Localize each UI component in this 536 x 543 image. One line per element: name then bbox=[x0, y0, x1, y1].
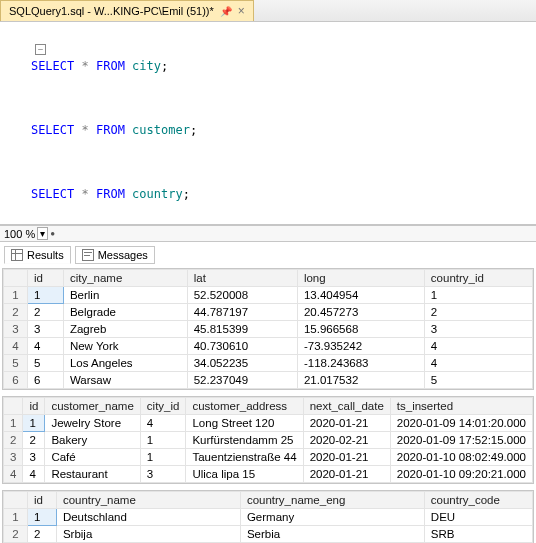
table-row[interactable]: 44Restaurant3Ulica lipa 152020-01-212020… bbox=[4, 466, 533, 483]
cell[interactable]: 1 bbox=[28, 287, 64, 304]
table-row[interactable]: 33Zagreb45.81539915.9665683 bbox=[4, 321, 533, 338]
cell[interactable]: Warsaw bbox=[63, 372, 187, 389]
cell[interactable]: 1 bbox=[23, 415, 45, 432]
cell[interactable]: 52.520008 bbox=[187, 287, 297, 304]
cell[interactable]: Berlin bbox=[63, 287, 187, 304]
cell[interactable]: 2020-01-21 bbox=[303, 449, 390, 466]
cell[interactable]: Kurfürstendamm 25 bbox=[186, 432, 303, 449]
table-row[interactable]: 11Berlin52.52000813.4049541 bbox=[4, 287, 533, 304]
cell[interactable]: 4 bbox=[424, 338, 532, 355]
cell[interactable]: 2020-02-21 bbox=[303, 432, 390, 449]
cell[interactable]: 5 bbox=[28, 355, 64, 372]
column-header[interactable]: city_name bbox=[63, 270, 187, 287]
column-header[interactable]: long bbox=[297, 270, 424, 287]
cell[interactable]: 2020-01-09 14:01:20.000 bbox=[390, 415, 532, 432]
cell[interactable]: 1 bbox=[28, 509, 57, 526]
cell[interactable]: 4 bbox=[140, 415, 186, 432]
table-row[interactable]: 22SrbijaSerbiaSRB bbox=[4, 526, 533, 543]
document-tab[interactable]: SQLQuery1.sql - W...KING-PC\Emil (51))* … bbox=[0, 0, 254, 21]
tab-results[interactable]: Results bbox=[4, 246, 71, 264]
cell[interactable]: SRB bbox=[424, 526, 532, 543]
cell[interactable]: 13.404954 bbox=[297, 287, 424, 304]
close-icon[interactable]: × bbox=[238, 4, 245, 18]
row-number[interactable]: 3 bbox=[4, 449, 23, 466]
cell[interactable]: 1 bbox=[424, 287, 532, 304]
row-number[interactable]: 2 bbox=[4, 432, 23, 449]
cell[interactable]: 15.966568 bbox=[297, 321, 424, 338]
table-row[interactable]: 44New York40.730610-73.9352424 bbox=[4, 338, 533, 355]
cell[interactable]: 3 bbox=[28, 321, 64, 338]
sql-editor[interactable]: − SELECT * FROM city; SELECT * FROM cust… bbox=[0, 22, 536, 225]
table-row[interactable]: 22Belgrade44.78719720.4572732 bbox=[4, 304, 533, 321]
row-number[interactable]: 5 bbox=[4, 355, 28, 372]
cell[interactable]: Srbija bbox=[56, 526, 240, 543]
cell[interactable]: 2 bbox=[28, 304, 64, 321]
row-number[interactable]: 4 bbox=[4, 338, 28, 355]
cell[interactable]: 3 bbox=[23, 449, 45, 466]
cell[interactable]: DEU bbox=[424, 509, 532, 526]
cell[interactable]: 1 bbox=[140, 432, 186, 449]
cell[interactable]: 4 bbox=[424, 355, 532, 372]
cell[interactable]: 52.237049 bbox=[187, 372, 297, 389]
row-number[interactable]: 2 bbox=[4, 304, 28, 321]
cell[interactable]: 3 bbox=[140, 466, 186, 483]
cell[interactable]: New York bbox=[63, 338, 187, 355]
column-header[interactable]: lat bbox=[187, 270, 297, 287]
cell[interactable]: 2 bbox=[424, 304, 532, 321]
row-number[interactable]: 4 bbox=[4, 466, 23, 483]
tab-messages[interactable]: Messages bbox=[75, 246, 155, 264]
cell[interactable]: 2 bbox=[28, 526, 57, 543]
column-header[interactable]: id bbox=[28, 270, 64, 287]
cell[interactable]: 34.052235 bbox=[187, 355, 297, 372]
cell[interactable]: Los Angeles bbox=[63, 355, 187, 372]
cell[interactable]: Belgrade bbox=[63, 304, 187, 321]
table-row[interactable]: 22Bakery1Kurfürstendamm 252020-02-212020… bbox=[4, 432, 533, 449]
cell[interactable]: Germany bbox=[240, 509, 424, 526]
column-header[interactable]: ts_inserted bbox=[390, 398, 532, 415]
cell[interactable]: 44.787197 bbox=[187, 304, 297, 321]
zoom-dropdown[interactable]: ▾ bbox=[37, 227, 48, 240]
cell[interactable]: 3 bbox=[424, 321, 532, 338]
cell[interactable]: 1 bbox=[140, 449, 186, 466]
column-header[interactable]: customer_name bbox=[45, 398, 140, 415]
column-header[interactable]: city_id bbox=[140, 398, 186, 415]
column-header[interactable]: country_name bbox=[56, 492, 240, 509]
cell[interactable]: Zagreb bbox=[63, 321, 187, 338]
cell[interactable]: 5 bbox=[424, 372, 532, 389]
column-header[interactable]: id bbox=[28, 492, 57, 509]
cell[interactable]: -118.243683 bbox=[297, 355, 424, 372]
table-row[interactable]: 33Café1Tauentzienstraße 442020-01-212020… bbox=[4, 449, 533, 466]
cell[interactable]: Tauentzienstraße 44 bbox=[186, 449, 303, 466]
cell[interactable]: 2020-01-21 bbox=[303, 415, 390, 432]
cell[interactable]: 21.017532 bbox=[297, 372, 424, 389]
row-number[interactable]: 1 bbox=[4, 509, 28, 526]
column-header[interactable]: next_call_date bbox=[303, 398, 390, 415]
cell[interactable]: 4 bbox=[28, 338, 64, 355]
cell[interactable]: Bakery bbox=[45, 432, 140, 449]
row-number[interactable]: 6 bbox=[4, 372, 28, 389]
cell[interactable]: 2 bbox=[23, 432, 45, 449]
cell[interactable]: 2020-01-09 17:52:15.000 bbox=[390, 432, 532, 449]
row-number[interactable]: 1 bbox=[4, 287, 28, 304]
cell[interactable]: 2020-01-21 bbox=[303, 466, 390, 483]
column-header[interactable]: id bbox=[23, 398, 45, 415]
cell[interactable]: 2020-01-10 09:20:21.000 bbox=[390, 466, 532, 483]
column-header[interactable]: customer_address bbox=[186, 398, 303, 415]
cell[interactable]: 2020-01-10 08:02:49.000 bbox=[390, 449, 532, 466]
column-header[interactable]: country_name_eng bbox=[240, 492, 424, 509]
row-number[interactable]: 3 bbox=[4, 321, 28, 338]
table-row[interactable]: 55Los Angeles34.052235-118.2436834 bbox=[4, 355, 533, 372]
pin-icon[interactable]: 📌 bbox=[220, 6, 232, 17]
row-number[interactable]: 1 bbox=[4, 415, 23, 432]
cell[interactable]: 40.730610 bbox=[187, 338, 297, 355]
cell[interactable]: Serbia bbox=[240, 526, 424, 543]
column-header[interactable]: country_id bbox=[424, 270, 532, 287]
collapse-icon[interactable]: − bbox=[35, 44, 46, 55]
cell[interactable]: 6 bbox=[28, 372, 64, 389]
cell[interactable]: Ulica lipa 15 bbox=[186, 466, 303, 483]
cell[interactable]: Jewelry Store bbox=[45, 415, 140, 432]
cell[interactable]: Deutschland bbox=[56, 509, 240, 526]
table-row[interactable]: 11Jewelry Store4Long Street 1202020-01-2… bbox=[4, 415, 533, 432]
row-number[interactable]: 2 bbox=[4, 526, 28, 543]
cell[interactable]: 4 bbox=[23, 466, 45, 483]
